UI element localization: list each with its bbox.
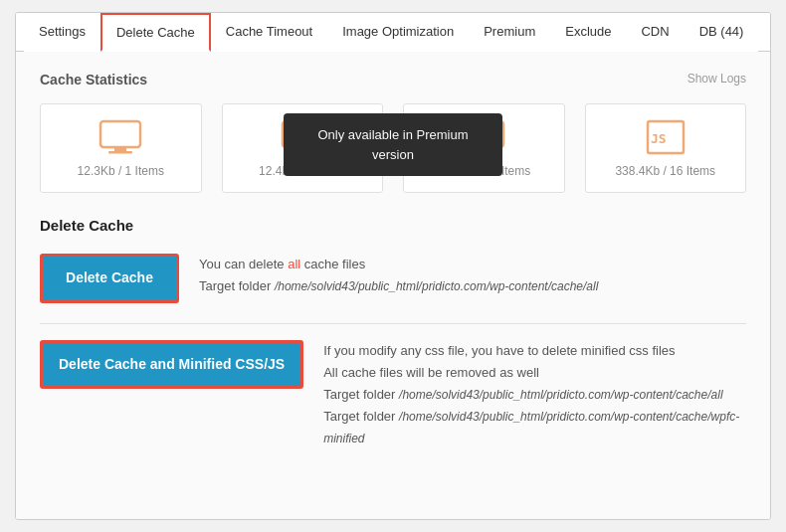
row-divider — [40, 323, 746, 324]
delete-info-line1: You can delete all cache files — [199, 254, 746, 275]
stat-card-4: JS 338.4Kb / 16 Items — [585, 103, 747, 193]
delete-info2-line1: If you modify any css file, you have to … — [323, 340, 746, 362]
stats-row: Only available in Premium version 12.3Kb… — [40, 103, 746, 193]
delete-cache-info-1: You can delete all cache files Target fo… — [199, 254, 746, 297]
svg-rect-2 — [108, 151, 132, 154]
delete-cache-row-1: Delete Cache You can delete all cache fi… — [40, 254, 746, 303]
delete-info2-line3: Target folder /home/solvid43/public_html… — [323, 384, 746, 406]
svg-rect-1 — [114, 147, 126, 151]
svg-text:JS: JS — [651, 131, 667, 146]
main-panel: Settings Delete Cache Cache Timeout Imag… — [15, 12, 771, 520]
stat-card-1: 12.3Kb / 1 Items — [40, 103, 202, 193]
tab-delete-cache[interactable]: Delete Cache — [100, 13, 211, 52]
delete-cache-title: Delete Cache — [40, 217, 746, 234]
delete-info2-line2: All cache files will be removed as well — [323, 362, 746, 384]
premium-tooltip: Only available in Premium version — [284, 113, 502, 176]
delete-minified-button[interactable]: Delete Cache and Minified CSS/JS — [40, 340, 303, 390]
tab-db[interactable]: DB (44) — [685, 13, 759, 52]
show-logs-link[interactable]: Show Logs — [688, 72, 746, 86]
delete-minified-info: If you modify any css file, you have to … — [323, 340, 746, 449]
tab-cdn[interactable]: CDN — [626, 13, 684, 52]
tab-premium[interactable]: Premium — [469, 13, 550, 52]
stat-value-1: 12.3Kb / 1 Items — [78, 164, 164, 178]
tab-cache-timeout[interactable]: Cache Timeout — [211, 13, 327, 52]
tab-content: Cache Statistics Show Logs Only availabl… — [16, 52, 770, 519]
monitor-icon — [97, 118, 144, 156]
tab-bar: Settings Delete Cache Cache Timeout Imag… — [16, 13, 770, 52]
target-path-1: /home/solvid43/public_html/pridicto.com/… — [275, 279, 599, 293]
tab-settings[interactable]: Settings — [24, 13, 100, 52]
delete-cache-button[interactable]: Delete Cache — [40, 254, 179, 303]
svg-rect-0 — [100, 121, 140, 147]
delete-info2-line4: Target folder /home/solvid43/public_html… — [323, 406, 746, 449]
target-path-2: /home/solvid43/public_html/pridicto.com/… — [399, 388, 723, 402]
tab-exclude[interactable]: Exclude — [550, 13, 626, 52]
stat-value-4: 338.4Kb / 16 Items — [615, 164, 715, 178]
js-icon: JS — [642, 118, 689, 156]
all-link[interactable]: all — [288, 257, 300, 271]
tab-image-optimization[interactable]: Image Optimization — [327, 13, 469, 52]
stats-section-title: Cache Statistics — [40, 72, 746, 88]
delete-minified-row: Delete Cache and Minified CSS/JS If you … — [40, 340, 746, 449]
delete-info-line2: Target folder /home/solvid43/public_html… — [199, 275, 746, 297]
